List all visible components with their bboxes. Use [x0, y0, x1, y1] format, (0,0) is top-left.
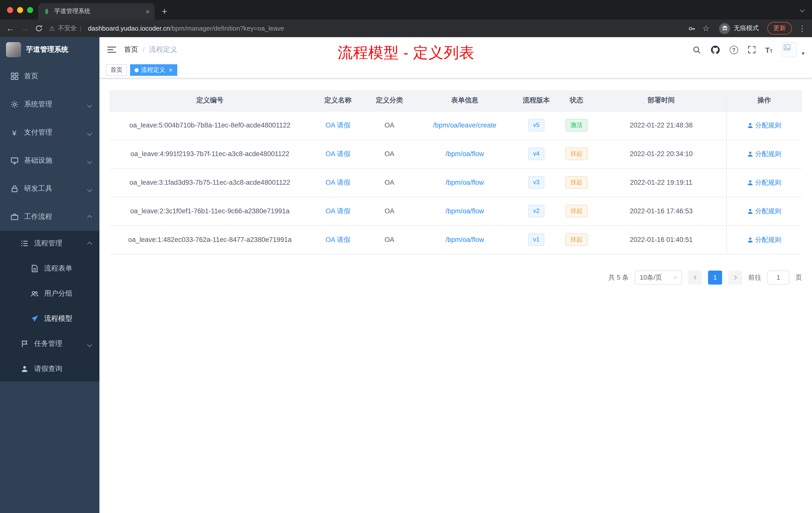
goto-label: 前往 — [748, 273, 761, 282]
user-icon — [747, 151, 753, 157]
goto-page-input[interactable] — [767, 270, 789, 284]
definition-name-link[interactable]: OA 请假 — [325, 150, 350, 157]
chevron-down-icon — [88, 340, 91, 348]
fullscreen-icon[interactable] — [748, 46, 756, 54]
form-link[interactable]: /bpm/oa/flow — [445, 236, 484, 243]
page-number-button[interactable]: 1 — [708, 270, 722, 284]
version-badge: v5 — [528, 119, 544, 131]
table-row: oa_leave:2:3c1f0ef1-76b1-11ec-9c66-a2380… — [110, 197, 802, 225]
page-size-select[interactable]: 10条/页 — [635, 270, 682, 284]
sidebar-item-process-management[interactable]: 流程管理 — [0, 231, 99, 256]
back-button[interactable]: ← — [6, 24, 14, 32]
tag-close-icon[interactable]: × — [169, 67, 173, 73]
sidebar: 芋道管理系统 首页 系统管理 ¥ — [0, 37, 99, 513]
table-row: oa_leave:3:1fad3d93-7b75-11ec-a3c8-acde4… — [110, 168, 802, 197]
tag-label: 流程定义 — [141, 66, 165, 74]
active-dot — [135, 68, 139, 72]
status-badge: 挂起 — [566, 234, 587, 246]
url-divider: | — [80, 25, 81, 32]
status-badge: 挂起 — [566, 205, 587, 217]
tag-home[interactable]: 首页 — [106, 64, 127, 76]
tab-close-icon[interactable]: × — [146, 8, 150, 15]
user-icon — [20, 365, 29, 373]
bookmark-star-icon[interactable]: ☆ — [702, 24, 709, 33]
sidebar-item-label: 用户分组 — [44, 289, 72, 298]
definition-name-link[interactable]: OA 请假 — [325, 178, 350, 186]
sidebar-item-system[interactable]: 系统管理 — [0, 90, 99, 118]
sidebar-item-workflow[interactable]: 工作流程 — [0, 203, 99, 231]
column-header-status: 状态 — [556, 90, 597, 111]
send-icon — [30, 314, 39, 323]
close-window-button[interactable] — [7, 7, 13, 13]
sidebar-logo[interactable]: 芋道管理系统 — [0, 37, 99, 62]
password-key-icon[interactable] — [688, 24, 696, 32]
avatar[interactable] — [782, 42, 797, 57]
sidebar-item-payment[interactable]: ¥ 支付管理 — [0, 118, 99, 147]
form-link[interactable]: /bpm/oa/flow — [445, 150, 484, 158]
sidebar-item-home[interactable]: 首页 — [0, 62, 99, 90]
help-icon[interactable]: ? — [730, 46, 738, 54]
assign-rule-link[interactable]: 分配规则 — [747, 207, 781, 216]
definition-id: oa_leave:1:482ec033-762a-11ec-8477-a2380… — [110, 225, 310, 254]
avatar-caret-icon[interactable]: ▾ — [802, 50, 805, 57]
address-bar[interactable]: dashboard.yudao.iocoder.cn/bpm/manager/d… — [88, 25, 284, 32]
font-size-icon[interactable]: TT — [765, 46, 773, 54]
hamburger-icon[interactable] — [107, 46, 116, 54]
table-header-row: 定义编号 定义名称 定义分类 表单信息 流程版本 状态 部署时间 操作 — [110, 90, 802, 111]
status-badge: 挂起 — [566, 176, 587, 188]
form-link[interactable]: /bpm/oa/flow — [445, 179, 484, 186]
assign-rule-link[interactable]: 分配规则 — [747, 178, 781, 187]
security-label: 不安全 — [58, 24, 77, 33]
sidebar-item-process-model[interactable]: 流程模型 — [0, 306, 99, 331]
definition-name-link[interactable]: OA 请假 — [325, 207, 350, 215]
next-page-button[interactable] — [728, 270, 742, 284]
assign-rule-link[interactable]: 分配规则 — [747, 149, 781, 158]
sidebar-item-label: 流程表单 — [44, 264, 72, 273]
prev-page-button[interactable] — [688, 270, 702, 284]
search-icon[interactable] — [693, 46, 701, 54]
tag-process-definition[interactable]: 流程定义 × — [130, 64, 177, 76]
incognito-badge: 无痕模式 — [719, 23, 759, 34]
user-icon — [747, 208, 753, 214]
form-link[interactable]: /bpm/oa/flow — [445, 207, 484, 215]
browser-menu-icon[interactable]: ⋮ — [799, 24, 806, 33]
sidebar-item-process-form[interactable]: 流程表单 — [0, 256, 99, 281]
tab-search-chevron-icon[interactable] — [800, 7, 805, 12]
chevron-down-icon — [88, 128, 91, 137]
monitor-icon — [10, 156, 19, 165]
incognito-label: 无痕模式 — [734, 24, 759, 33]
column-header-actions: 操作 — [726, 90, 802, 111]
browser-tab[interactable]: 芋道管理系统 × — [38, 3, 155, 20]
form-link[interactable]: /bpm/oa/leave/create — [433, 121, 496, 129]
definition-name-link[interactable]: OA 请假 — [325, 236, 350, 243]
browser-toolbar: ← → ⚠ 不安全 | dashboard.yudao.iocoder.cn/b… — [0, 20, 812, 37]
breadcrumb-home[interactable]: 首页 — [124, 45, 138, 54]
sidebar-item-label: 首页 — [24, 72, 38, 81]
definition-name-link[interactable]: OA 请假 — [325, 121, 350, 129]
column-header-form: 表单信息 — [413, 90, 516, 111]
table-row: oa_leave:4:991f2193-7b7f-11ec-a3c8-acde4… — [110, 140, 802, 168]
lock-icon — [10, 184, 19, 193]
minimize-window-button[interactable] — [17, 7, 23, 13]
sidebar-item-infrastructure[interactable]: 基础设施 — [0, 147, 99, 175]
assign-rule-link[interactable]: 分配规则 — [747, 235, 781, 244]
sidebar-item-label: 研发工具 — [24, 184, 52, 193]
maximize-window-button[interactable] — [27, 7, 33, 13]
site-security[interactable]: ⚠ 不安全 | — [49, 24, 81, 33]
sidebar-item-label: 系统管理 — [24, 100, 52, 109]
forward-button[interactable]: → — [21, 24, 29, 32]
definition-id: oa_leave:5:004b710b-7b8a-11ec-8ef0-acde4… — [110, 111, 310, 140]
chevron-down-icon — [673, 275, 678, 279]
sidebar-item-user-group[interactable]: 用户分组 — [0, 281, 99, 306]
reload-button[interactable] — [35, 25, 43, 32]
table-row: oa_leave:1:482ec033-762a-11ec-8477-a2380… — [110, 225, 802, 254]
definition-table: 定义编号 定义名称 定义分类 表单信息 流程版本 状态 部署时间 操作 oa_l — [110, 90, 802, 254]
new-tab-button[interactable]: + — [162, 6, 167, 16]
sidebar-item-devtools[interactable]: 研发工具 — [0, 175, 99, 203]
assign-rule-link[interactable]: 分配规则 — [747, 121, 781, 130]
chevron-down-icon — [88, 157, 91, 164]
github-icon[interactable] — [710, 45, 720, 55]
sidebar-item-leave-query[interactable]: 请假查询 — [0, 356, 99, 382]
sidebar-item-task-management[interactable]: 任务管理 — [0, 331, 99, 356]
update-button[interactable]: 更新 — [767, 22, 792, 35]
